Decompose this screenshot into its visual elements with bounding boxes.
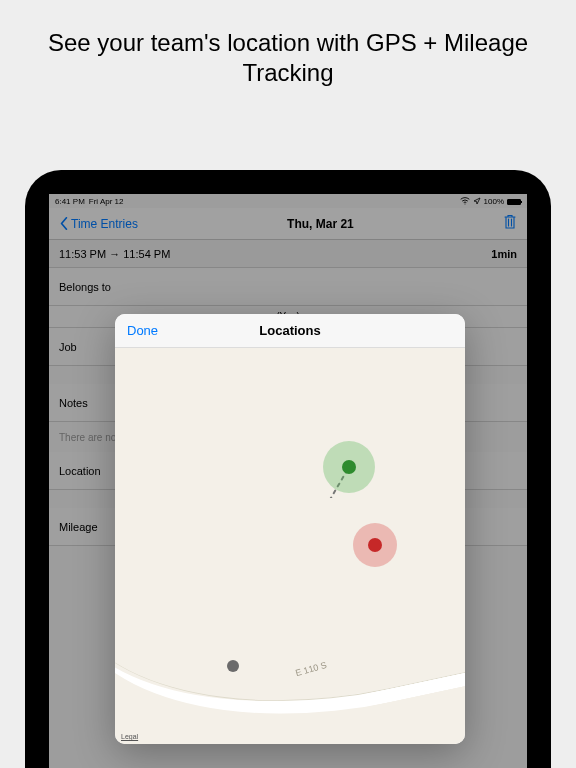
trash-icon bbox=[503, 214, 517, 230]
app-screen: 6:41 PM Fri Apr 12 100% Time Entries Thu… bbox=[49, 194, 527, 768]
arrow-icon: → bbox=[109, 248, 120, 260]
origin-pin[interactable] bbox=[227, 660, 239, 672]
nav-bar: Time Entries Thu, Mar 21 bbox=[49, 208, 527, 240]
modal-header: Done Locations bbox=[115, 314, 465, 348]
start-pin[interactable] bbox=[342, 460, 356, 474]
end-pin[interactable] bbox=[368, 538, 382, 552]
status-date: Fri Apr 12 bbox=[89, 197, 124, 206]
back-label: Time Entries bbox=[71, 217, 138, 231]
modal-title: Locations bbox=[259, 323, 320, 338]
location-icon bbox=[473, 197, 481, 207]
job-label: Job bbox=[59, 341, 77, 353]
page-title: Thu, Mar 21 bbox=[287, 217, 354, 231]
notes-label: Notes bbox=[59, 397, 88, 409]
duration: 1min bbox=[491, 248, 517, 260]
belongs-to-label: Belongs to bbox=[59, 281, 111, 293]
back-button[interactable]: Time Entries bbox=[59, 217, 138, 231]
map-view[interactable]: E 110 S Legal bbox=[115, 348, 465, 744]
time-range-row[interactable]: 11:53 PM → 11:54 PM 1min bbox=[49, 240, 527, 268]
device-frame: 6:41 PM Fri Apr 12 100% Time Entries Thu… bbox=[25, 170, 551, 768]
battery-percent: 100% bbox=[484, 197, 504, 206]
wifi-icon bbox=[460, 197, 470, 207]
promo-title: See your team's location with GPS + Mile… bbox=[0, 0, 576, 108]
chevron-left-icon bbox=[59, 217, 69, 230]
map-road bbox=[115, 484, 465, 744]
battery-icon bbox=[507, 199, 521, 205]
status-bar: 6:41 PM Fri Apr 12 100% bbox=[49, 194, 527, 208]
map-legal-link[interactable]: Legal bbox=[121, 733, 138, 740]
mileage-label: Mileage bbox=[59, 521, 98, 533]
locations-modal: Done Locations E 110 S Legal bbox=[115, 314, 465, 744]
start-time: 11:53 PM bbox=[59, 248, 106, 260]
done-button[interactable]: Done bbox=[127, 323, 158, 338]
belongs-to-row[interactable]: Belongs to bbox=[49, 268, 527, 306]
delete-button[interactable] bbox=[503, 214, 517, 234]
location-label: Location bbox=[59, 465, 101, 477]
status-time: 6:41 PM bbox=[55, 197, 85, 206]
end-time: 11:54 PM bbox=[123, 248, 170, 260]
